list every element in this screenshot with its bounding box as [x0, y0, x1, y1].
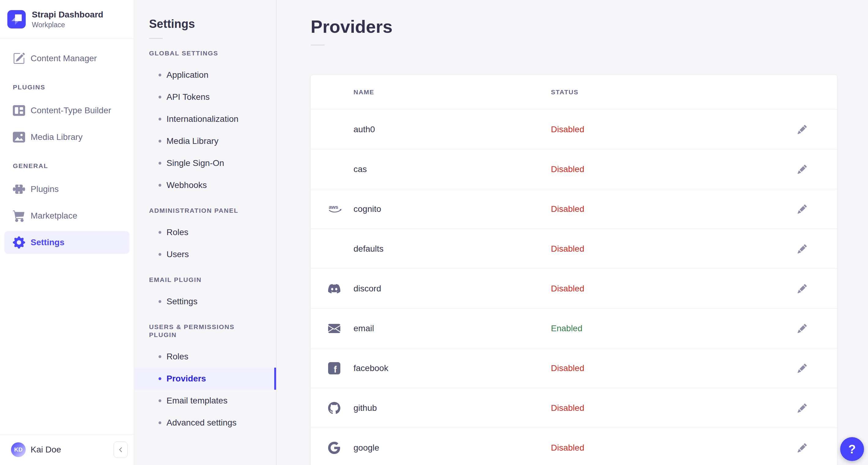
- subnav-item-api-tokens[interactable]: API Tokens: [134, 86, 276, 108]
- nav-section-items: Content-Type Builder Media Library: [4, 99, 129, 149]
- provider-status: Disabled: [551, 403, 793, 413]
- subnav-item-label: Roles: [166, 227, 189, 237]
- subnav-item-webhooks[interactable]: Webhooks: [134, 174, 276, 196]
- subnav-item-roles[interactable]: Roles: [134, 346, 276, 368]
- edit-provider-button[interactable]: [795, 162, 810, 177]
- subnav-section-label: EMAIL PLUGIN: [149, 276, 261, 284]
- sidebar-footer: KD Kai Doe: [0, 434, 134, 465]
- provider-status: Disabled: [551, 244, 793, 254]
- providers-table-card: NAME STATUS auth0 Disabled cas Disabled …: [311, 75, 837, 465]
- provider-status: Disabled: [551, 204, 793, 214]
- pencil-icon: [798, 165, 807, 174]
- pencil-icon: [798, 403, 807, 413]
- pencil-icon: [798, 364, 807, 373]
- edit-provider-button[interactable]: [795, 440, 810, 455]
- provider-row-cognito[interactable]: cognito Disabled: [311, 189, 837, 229]
- puzzle-icon: [13, 183, 25, 195]
- subnav-item-label: Users: [166, 249, 189, 259]
- gear-icon: [13, 236, 25, 249]
- envelope-icon: [328, 322, 340, 335]
- subnav-item-single-sign-on[interactable]: Single Sign-On: [134, 152, 276, 174]
- subnav-section-items: Application API Tokens Internationalizat…: [134, 64, 276, 196]
- collapse-sidebar-button[interactable]: [114, 441, 128, 458]
- sidebar-item-plugins[interactable]: Plugins: [4, 178, 129, 200]
- google-icon: [328, 442, 340, 454]
- subnav-item-email-templates[interactable]: Email templates: [134, 390, 276, 412]
- provider-name: defaults: [353, 244, 551, 254]
- sidebar-item-marketplace[interactable]: Marketplace: [4, 205, 129, 227]
- subnav-item-label: Providers: [166, 374, 206, 383]
- provider-row-email[interactable]: email Enabled: [311, 309, 837, 348]
- subnav-section-items: Roles Users: [134, 221, 276, 266]
- subnav-item-providers[interactable]: Providers: [134, 368, 276, 390]
- nav-section-label: PLUGINS: [13, 83, 129, 91]
- subnav-section-items: Roles Providers Email templates Advanced…: [134, 346, 276, 434]
- subnav-title: Settings: [149, 17, 276, 31]
- pencil-icon: [798, 205, 807, 214]
- pencil-icon: [798, 125, 807, 134]
- subnav-item-label: Media Library: [166, 136, 219, 146]
- edit-provider-button[interactable]: [795, 281, 810, 296]
- facebook-icon: [328, 362, 340, 374]
- page-title: Providers: [311, 17, 837, 36]
- nav-section-items: Plugins Marketplace Settings: [4, 178, 129, 254]
- subnav-item-roles[interactable]: Roles: [134, 221, 276, 243]
- provider-name: facebook: [353, 363, 551, 373]
- provider-row-facebook[interactable]: facebook Disabled: [311, 348, 837, 388]
- edit-provider-button[interactable]: [795, 321, 810, 336]
- subnav-item-label: API Tokens: [166, 92, 210, 102]
- subnav-item-application[interactable]: Application: [134, 64, 276, 86]
- settings-subnav: Settings GLOBAL SETTINGS Application API…: [134, 0, 276, 465]
- help-button[interactable]: ?: [840, 437, 864, 461]
- subnav-sections: GLOBAL SETTINGS Application API Tokens I…: [134, 49, 276, 434]
- column-header-status: STATUS: [551, 89, 793, 96]
- provider-row-cas[interactable]: cas Disabled: [311, 149, 837, 189]
- subnav-item-users[interactable]: Users: [134, 243, 276, 266]
- subnav-item-internationalization[interactable]: Internationalization: [134, 108, 276, 130]
- main-nav: Content Manager PLUGINS Content-Type Bui…: [0, 39, 134, 434]
- sidebar-item-label: Settings: [31, 238, 64, 247]
- main-content: Providers NAME STATUS auth0 Disabled cas…: [276, 0, 868, 465]
- subnav-section-label: ADMINISTRATION PANEL: [149, 207, 261, 215]
- sidebar-item-label: Plugins: [31, 184, 59, 194]
- provider-name: cas: [353, 164, 551, 174]
- provider-status: Disabled: [551, 363, 793, 373]
- provider-row-defaults[interactable]: defaults Disabled: [311, 229, 837, 269]
- edit-provider-button[interactable]: [795, 242, 810, 256]
- user-menu[interactable]: KD Kai Doe: [11, 442, 108, 457]
- subnav-section: GLOBAL SETTINGS Application API Tokens I…: [134, 49, 276, 196]
- edit-provider-button[interactable]: [795, 122, 810, 137]
- edit-provider-button[interactable]: [795, 202, 810, 216]
- provider-status: Enabled: [551, 323, 793, 333]
- provider-name: discord: [353, 284, 551, 293]
- edit-provider-button[interactable]: [795, 361, 810, 376]
- sidebar-item-content-type-builder[interactable]: Content-Type Builder: [4, 99, 129, 122]
- sidebar-item-label: Media Library: [31, 132, 83, 142]
- main-sidebar: Strapi Dashboard Workplace Content Manag…: [0, 0, 134, 465]
- sidebar-item-content-manager[interactable]: Content Manager: [4, 47, 129, 70]
- subnav-item-advanced-settings[interactable]: Advanced settings: [134, 412, 276, 434]
- provider-name: auth0: [353, 125, 551, 134]
- provider-row-discord[interactable]: discord Disabled: [311, 269, 837, 309]
- discord-icon: [328, 283, 340, 295]
- provider-row-google[interactable]: google Disabled: [311, 428, 837, 465]
- nav-section: PLUGINS Content-Type Builder Media Libra…: [4, 83, 129, 149]
- nav-section-items: Content Manager: [4, 47, 129, 70]
- provider-name: github: [353, 403, 551, 413]
- subnav-item-label: Single Sign-On: [166, 158, 224, 168]
- subnav-item-media-library[interactable]: Media Library: [134, 130, 276, 152]
- pencil-icon: [798, 284, 807, 293]
- sidebar-item-media-library[interactable]: Media Library: [4, 126, 129, 149]
- table-body: auth0 Disabled cas Disabled cognito Disa…: [311, 110, 837, 465]
- provider-status: Disabled: [551, 164, 793, 174]
- subnav-item-settings[interactable]: Settings: [134, 290, 276, 313]
- provider-name: cognito: [353, 204, 551, 214]
- provider-row-auth0[interactable]: auth0 Disabled: [311, 110, 837, 149]
- provider-row-github[interactable]: github Disabled: [311, 388, 837, 428]
- brand-text: Strapi Dashboard Workplace: [32, 9, 103, 29]
- subnav-section: ADMINISTRATION PANEL Roles Users: [134, 207, 276, 266]
- edit-provider-button[interactable]: [795, 401, 810, 415]
- subnav-section-label: USERS & PERMISSIONS PLUGIN: [149, 323, 261, 339]
- brand[interactable]: Strapi Dashboard Workplace: [0, 0, 134, 39]
- sidebar-item-settings[interactable]: Settings: [4, 231, 129, 254]
